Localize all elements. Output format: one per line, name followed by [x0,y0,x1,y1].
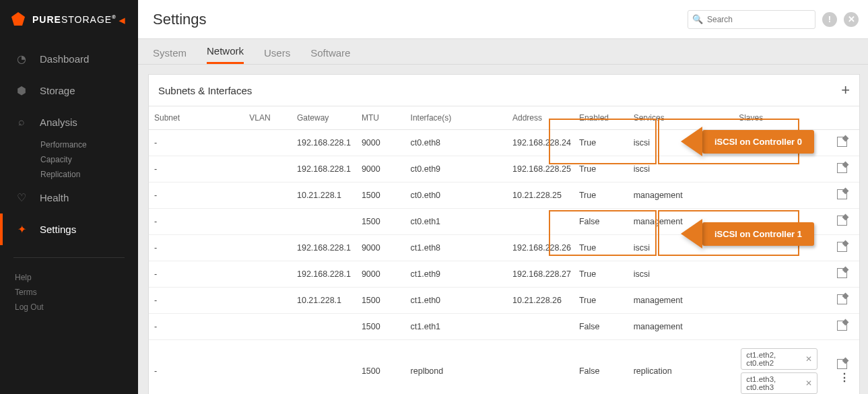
slave-pill[interactable]: ct1.eth2, ct0.eth2 ✕ [741,348,817,370]
heart-icon: ♡ [15,191,28,204]
remove-icon[interactable]: ✕ [805,354,812,364]
edit-icon[interactable] [837,268,847,278]
panel-title: Subnets & Interfaces [158,85,252,96]
tab-users[interactable]: Users [264,47,290,64]
table-row: -10.21.228.11500ct1.eth010.21.228.26True… [149,288,859,314]
settings-tabs: System Network Users Software [138,39,868,65]
sidebar-link-logout[interactable]: Log Out [15,300,123,315]
sidebar-link-terms[interactable]: Terms [15,285,123,300]
alert-icon[interactable]: ! [822,12,837,27]
sidebar-item-replication[interactable]: Replication [0,167,138,182]
add-button[interactable]: + [841,81,850,99]
sidebar: PURESTORAGE®◀ ◔Dashboard ⬢Storage ⌕Analy… [0,0,138,394]
table-row: -1500replbondFalsereplicationct1.eth2, c… [149,340,859,395]
edit-icon[interactable] [837,294,847,304]
edit-icon[interactable] [837,137,847,147]
col-interface: Interface(s) [405,106,507,130]
callout-controller-1: iSCSI on Controller 1 [681,219,814,249]
close-icon[interactable]: ✕ [844,12,859,27]
edit-icon[interactable] [837,242,847,252]
brand-icon [9,11,27,28]
callout-controller-0: iSCSI on Controller 0 [681,127,814,156]
brand-text: PURESTORAGE®◀ [32,14,125,25]
edit-icon[interactable] [837,321,847,331]
remove-icon[interactable]: ✕ [805,379,812,388]
col-address: Address [507,106,574,130]
edit-icon[interactable] [837,216,847,226]
brand-logo: PURESTORAGE®◀ [0,0,138,39]
table-row: -192.168.228.19000ct0.eth9192.168.228.25… [149,156,859,183]
table-row: -1500ct1.eth1Falsemanagement [149,314,859,340]
gear-icon: ✦ [15,223,28,236]
sidebar-item-dashboard[interactable]: ◔Dashboard [0,43,138,75]
col-subnet: Subnet [149,106,244,130]
search-box: 🔍 [688,10,815,29]
tab-network[interactable]: Network [207,45,244,64]
search-icon: 🔍 [692,14,703,24]
sidebar-item-health[interactable]: ♡Health [0,182,138,214]
top-bar: Settings 🔍 ! ✕ [138,0,868,39]
storage-icon: ⬢ [15,84,28,97]
tab-system[interactable]: System [153,47,187,64]
tab-software[interactable]: Software [310,47,350,64]
page-title: Settings [153,11,207,28]
col-gateway: Gateway [292,106,356,130]
edit-icon[interactable] [837,359,847,369]
table-row: -10.21.228.11500ct0.eth010.21.228.25True… [149,183,859,209]
table-row: -192.168.228.19000ct1.eth9192.168.228.27… [149,261,859,288]
col-mtu: MTU [356,106,405,130]
edit-icon[interactable] [837,163,847,173]
gauge-icon: ◔ [15,53,28,65]
sidebar-link-help[interactable]: Help [15,270,123,285]
sidebar-item-settings[interactable]: ✦Settings [0,214,138,245]
sidebar-item-performance[interactable]: Performance [0,137,138,152]
slave-pill[interactable]: ct1.eth3, ct0.eth3 ✕ [741,372,817,394]
sidebar-item-analysis[interactable]: ⌕Analysis [0,106,138,137]
sidebar-item-storage[interactable]: ⬢Storage [0,75,138,106]
sidebar-item-capacity[interactable]: Capacity [0,152,138,167]
search-input[interactable] [688,10,815,29]
col-enabled: Enabled [574,106,628,130]
search-icon: ⌕ [15,116,28,128]
edit-icon[interactable] [837,189,847,199]
col-vlan: VLAN [244,106,292,130]
more-icon[interactable]: ⋮ [839,371,850,384]
